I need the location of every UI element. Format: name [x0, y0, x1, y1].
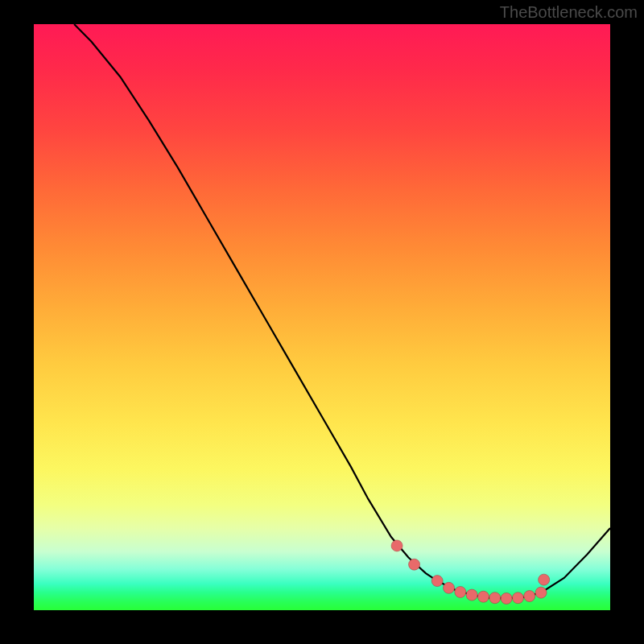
data-marker — [512, 592, 523, 604]
data-marker — [489, 592, 501, 604]
watermark-text: TheBottleneck.com — [500, 3, 638, 22]
markers-group — [391, 540, 550, 605]
plot-area — [34, 24, 610, 610]
data-marker — [524, 591, 535, 602]
data-marker — [477, 591, 489, 602]
data-marker — [501, 592, 512, 604]
data-marker — [431, 576, 443, 587]
data-marker — [455, 586, 466, 597]
chart-svg — [34, 24, 610, 610]
data-marker — [535, 587, 547, 598]
data-marker — [539, 574, 550, 585]
data-marker — [466, 589, 477, 601]
data-marker — [409, 559, 420, 570]
data-marker — [391, 540, 402, 551]
data-marker — [444, 582, 455, 593]
curve-line — [74, 24, 610, 598]
